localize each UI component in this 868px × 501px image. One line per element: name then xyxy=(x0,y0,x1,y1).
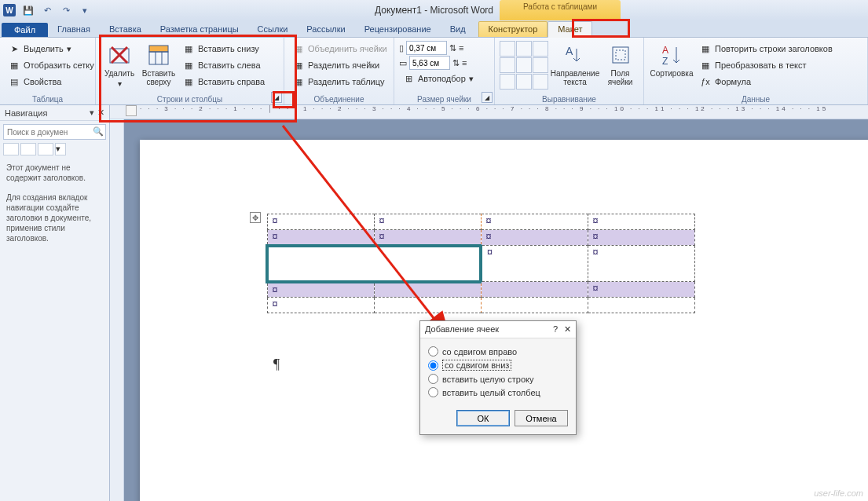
group-title-merge: Объединение xyxy=(289,93,389,104)
merge-cells-button[interactable]: ▦Объединить ячейки xyxy=(289,41,390,57)
repeat-icon: ▦ xyxy=(699,42,712,55)
ribbon: ➤Выделить ▾ ▦Отобразить сетку ▤Свойства … xyxy=(0,38,868,105)
svg-rect-8 xyxy=(613,47,628,63)
search-icon[interactable]: 🔍 xyxy=(93,126,104,137)
text-direction-button[interactable]: A Направление текста xyxy=(550,41,600,93)
radio-shift-down[interactable]: со сдвигом вниз xyxy=(428,358,568,372)
nav-close-icon[interactable]: ✕ xyxy=(97,108,104,118)
table[interactable]: ✥ ¤¤¤¤ ¤¤¤¤ ¤¤ ¤¤ ¤ xyxy=(266,214,695,313)
tab-mailings[interactable]: Рассылки xyxy=(297,22,354,37)
tab-home[interactable]: Главная xyxy=(48,22,100,37)
cell-size-launcher[interactable]: ◢ xyxy=(482,92,493,103)
cell-margins-icon xyxy=(608,42,633,68)
distribute-cols-icon[interactable]: ≡ xyxy=(462,58,467,68)
tab-review[interactable]: Рецензирование xyxy=(355,22,441,37)
radio-entire-col[interactable]: вставить целый столбец xyxy=(428,386,568,399)
row-height-input[interactable] xyxy=(406,41,447,55)
table-tools-contextual-label: Работа с таблицами xyxy=(500,0,621,20)
autofit-icon: ⊞ xyxy=(402,72,415,85)
properties-icon: ▤ xyxy=(8,75,20,88)
pointer-icon: ➤ xyxy=(8,42,20,55)
navigation-pane: Навигация ▾ ✕ 🔍 ▾ Этот документ не содер… xyxy=(0,105,110,501)
formula-button[interactable]: ƒxФормула xyxy=(696,74,836,90)
sort-icon: AZ xyxy=(659,42,684,68)
alignment-grid[interactable] xyxy=(500,41,548,93)
radio-entire-row[interactable]: вставить целую строку xyxy=(428,372,568,386)
properties-button[interactable]: ▤Свойства xyxy=(5,74,97,90)
tab-insert[interactable]: Вставка xyxy=(100,22,151,37)
ok-button[interactable]: ОК xyxy=(456,410,510,426)
dialog-close-button[interactable]: ✕ xyxy=(564,324,571,335)
tab-file[interactable]: Файл xyxy=(2,23,48,37)
convert-to-text-button[interactable]: ▦Преобразовать в текст xyxy=(696,57,836,73)
autofit-button[interactable]: ⊞Автоподбор ▾ xyxy=(399,71,477,86)
tab-view[interactable]: Вид xyxy=(441,22,475,37)
split-cells-icon: ▦ xyxy=(292,59,305,71)
sort-button[interactable]: AZ Сортировка xyxy=(649,41,694,93)
merge-icon: ▦ xyxy=(292,42,305,55)
insert-above-icon xyxy=(146,42,171,68)
insert-right-button[interactable]: ▦Вставить справа xyxy=(179,74,268,90)
save-icon[interactable]: 💾 xyxy=(20,2,36,18)
title-bar: W 💾 ↶ ↷ ▾ Документ1 - Microsoft Word Раб… xyxy=(0,0,868,20)
tab-table-layout[interactable]: Макет xyxy=(548,21,592,38)
split-cells-button[interactable]: ▦Разделить ячейки xyxy=(289,57,390,73)
repeat-headers-button[interactable]: ▦Повторить строки заголовков xyxy=(696,41,836,57)
tab-indicator[interactable] xyxy=(126,105,137,116)
undo-icon[interactable]: ↶ xyxy=(39,2,55,18)
insert-left-button[interactable]: ▦Вставить слева xyxy=(179,57,268,73)
tab-table-design[interactable]: Конструктор xyxy=(478,21,548,37)
cell-margins-button[interactable]: Поля ячейки xyxy=(602,41,639,93)
nav-view-tabs[interactable]: ▾ xyxy=(3,143,106,155)
split-table-icon: ▦ xyxy=(292,75,305,88)
dialog-help-button[interactable]: ? xyxy=(553,324,558,335)
group-title-cell-size: Размер ячейки xyxy=(399,93,489,104)
insert-cells-dialog: Добавление ячеек ? ✕ со сдвигом вправо с… xyxy=(419,320,577,435)
quick-access-toolbar: 💾 ↶ ↷ ▾ xyxy=(20,2,93,18)
delete-button[interactable]: Удалить▾ xyxy=(101,41,138,93)
rows-cols-launcher[interactable]: ◢ xyxy=(271,92,282,103)
document-area[interactable]: ✥ ¤¤¤¤ ¤¤¤¤ ¤¤ ¤¤ ¤ ¶ xyxy=(124,119,868,501)
qat-customize-icon[interactable]: ▾ xyxy=(77,2,93,18)
tab-references[interactable]: Ссылки xyxy=(248,22,298,37)
row-height-icon: ▯ xyxy=(399,43,404,53)
dialog-title: Добавление ячеек xyxy=(425,324,499,335)
formula-icon: ƒx xyxy=(699,75,712,88)
nav-empty-text-1: Этот документ не содержит заголовков. xyxy=(0,158,109,188)
select-button[interactable]: ➤Выделить ▾ xyxy=(5,41,97,57)
svg-text:Z: Z xyxy=(662,56,668,67)
horizontal-ruler[interactable]: · · · 3 · · · 2 · · · 1 · · · │ · · · 1 … xyxy=(110,105,868,119)
col-width-input[interactable] xyxy=(409,56,450,70)
nav-search-input[interactable] xyxy=(3,124,106,140)
grid-icon: ▦ xyxy=(8,59,20,71)
nav-empty-text-2: Для создания вкладок навигации создайте … xyxy=(0,188,109,248)
distribute-rows-icon[interactable]: ≡ xyxy=(459,43,463,53)
group-title-table: Таблица xyxy=(5,93,90,104)
svg-text:A: A xyxy=(566,45,573,57)
insert-above-button[interactable]: Вставить сверху xyxy=(140,41,178,93)
tab-page-layout[interactable]: Разметка страницы xyxy=(151,22,248,37)
insert-below-button[interactable]: ▦Вставить снизу xyxy=(179,41,268,57)
vertical-ruler[interactable] xyxy=(110,119,124,501)
watermark: user-life.com xyxy=(814,488,863,498)
svg-text:A: A xyxy=(662,45,668,56)
document-title: Документ1 - Microsoft Word xyxy=(375,5,493,16)
view-gridlines-button[interactable]: ▦Отобразить сетку xyxy=(5,57,97,73)
cancel-button[interactable]: Отмена xyxy=(515,410,568,426)
group-title-alignment: Выравнивание xyxy=(500,93,639,104)
nav-dropdown-icon[interactable]: ▾ xyxy=(90,108,94,118)
app-icon: W xyxy=(3,4,16,16)
group-title-rows-cols: Строки и столбцы xyxy=(101,93,279,104)
ribbon-tabs: Файл Главная Вставка Разметка страницы С… xyxy=(0,20,868,38)
paragraph-mark: ¶ xyxy=(273,357,280,373)
group-title-data: Данные xyxy=(649,93,863,104)
table-move-handle[interactable]: ✥ xyxy=(250,212,261,223)
col-width-icon: ▭ xyxy=(399,58,407,68)
radio-shift-right[interactable]: со сдвигом вправо xyxy=(428,345,568,358)
text-direction-icon: A xyxy=(562,42,588,68)
redo-icon[interactable]: ↷ xyxy=(58,2,74,18)
nav-title: Навигация xyxy=(5,108,47,118)
insert-below-icon: ▦ xyxy=(182,42,195,55)
insert-left-icon: ▦ xyxy=(182,59,195,71)
split-table-button[interactable]: ▦Разделить таблицу xyxy=(289,74,390,90)
